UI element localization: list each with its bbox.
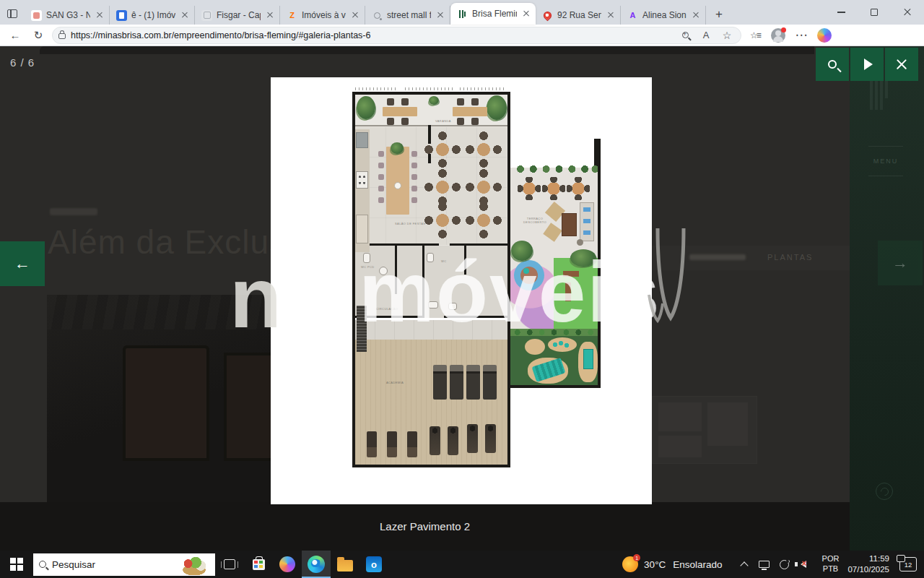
minimize-button[interactable] [824, 0, 858, 25]
notification-center-button[interactable]: 12 [899, 557, 917, 571]
chair [378, 151, 384, 157]
tab-san-g3[interactable]: SAN G3 - Netim [25, 6, 110, 25]
speaker-muted-icon [801, 561, 806, 568]
background-nav-band [652, 246, 850, 270]
tab-maps[interactable]: 92 Rua Sena Ma [536, 6, 621, 25]
photo-window [224, 353, 271, 461]
network-button[interactable] [756, 551, 773, 578]
tab-title: Imóveis à venda [302, 10, 346, 20]
notification-dot [781, 27, 786, 33]
zoom-page-icon[interactable] [677, 28, 693, 43]
onedrive-button[interactable] [776, 551, 793, 578]
dimension-ticks [460, 87, 506, 90]
favorite-star-icon[interactable]: ☆ [719, 28, 735, 43]
tab-street-mall[interactable]: street mall flem [365, 6, 450, 25]
treadmill [433, 365, 447, 400]
address-bar[interactable]: https://minasbrisa.com.br/empreendimento… [52, 27, 741, 44]
tab-alinea[interactable]: A Alinea Sion - St [621, 6, 706, 25]
kitchen-fridge [356, 215, 368, 243]
store-button[interactable] [244, 551, 273, 578]
tab-close-icon[interactable] [95, 10, 105, 20]
side-table [577, 239, 583, 246]
toilet [427, 253, 434, 262]
whatsapp-icon[interactable] [876, 483, 893, 500]
edge-taskbar-button[interactable] [302, 551, 331, 578]
weight-bench [387, 431, 397, 457]
chair [401, 118, 409, 125]
chair [411, 163, 417, 168]
browser-toolbar: ← ↻ https://minasbrisa.com.br/empreendim… [0, 25, 924, 46]
gallery-close-button[interactable] [885, 48, 918, 81]
outlook-button[interactable]: o [359, 551, 388, 578]
tab-title: Alinea Sion - St [642, 10, 687, 20]
tab-brisa-fleming-active[interactable]: Brisa Fleming | N [450, 3, 536, 25]
tab-close-icon[interactable] [265, 10, 275, 20]
terraco-label: TERRAÇO DESCOBERTO [522, 217, 548, 224]
bench-blue-cushions [580, 202, 594, 241]
gallery-prev-button[interactable]: ← [0, 241, 45, 286]
tray-expand-button[interactable] [736, 551, 753, 578]
search-icon [39, 561, 46, 568]
language-indicator[interactable]: POR PTB [822, 554, 840, 574]
tab-close-icon[interactable] [521, 9, 531, 19]
gallery-slideshow-button[interactable] [850, 48, 884, 81]
weight-bench [407, 431, 417, 457]
chair [378, 186, 384, 191]
gallery-zoom-button[interactable] [816, 48, 849, 81]
chair [378, 197, 384, 203]
profile-avatar[interactable] [769, 27, 788, 44]
weather-desc[interactable]: Ensolarado [673, 559, 722, 570]
tab-close-icon[interactable] [606, 10, 616, 20]
bing-daily-image-icon[interactable] [179, 554, 209, 575]
back-button[interactable]: ← [6, 27, 25, 44]
url-text[interactable]: https://minasbrisa.com.br/empreendimento… [71, 30, 672, 40]
tab-zap[interactable]: Z Imóveis à venda [280, 6, 365, 25]
outlook-icon: o [366, 556, 382, 572]
tab-close-icon[interactable] [350, 10, 360, 20]
file-explorer-button[interactable] [331, 551, 359, 578]
menu-button[interactable]: MENU [868, 146, 903, 176]
tab-title: ê - (1) Imóvel se [131, 10, 175, 20]
exercise-bike [467, 424, 478, 453]
dining-cluster [466, 202, 502, 238]
weather-icon[interactable]: 1 [622, 556, 638, 572]
tab-fisgar[interactable]: Fisgar - Captaç [195, 6, 280, 25]
tab-close-icon[interactable] [180, 10, 190, 20]
tab-actions-icon[interactable] [0, 3, 25, 25]
start-button[interactable] [0, 551, 33, 578]
read-aloud-icon[interactable]: A [698, 28, 714, 43]
tab-title: SAN G3 - Netim [46, 10, 90, 20]
task-view-button[interactable] [215, 551, 244, 578]
background-plan-thumbnail [652, 396, 757, 464]
sink [379, 267, 388, 275]
clock[interactable]: 11:59 07/10/2025 [847, 553, 889, 575]
glass-divider [355, 125, 507, 126]
copilot-button[interactable] [815, 27, 834, 44]
playground-dot [523, 268, 529, 274]
watermark-logo-outline [648, 225, 694, 334]
browser-tab-bar: SAN G3 - Netim ê - (1) Imóvel se Fisgar … [0, 0, 924, 25]
taskbar-search[interactable]: Pesquisar [33, 553, 215, 576]
plant [487, 95, 507, 120]
floorplan-image[interactable]: VARANDA [271, 77, 652, 504]
window-controls [824, 0, 924, 25]
nav-item-plantas: PLANTAS [767, 253, 813, 262]
sink [448, 303, 457, 310]
new-tab-button[interactable]: + [709, 4, 729, 25]
settings-menu-button[interactable]: ⋯ [792, 27, 811, 44]
refresh-button[interactable]: ↻ [29, 27, 48, 44]
close-window-button[interactable] [891, 0, 924, 25]
dining-cluster [424, 169, 461, 205]
sand-patch-plants [548, 337, 577, 352]
gym-tile-strip [355, 320, 507, 340]
maximize-button[interactable] [858, 0, 891, 25]
weather-temp[interactable]: 30°C [644, 559, 666, 570]
tab-close-icon[interactable] [435, 10, 445, 20]
tab-imovel[interactable]: ê - (1) Imóvel se [110, 6, 195, 25]
copilot-taskbar-button[interactable] [273, 551, 302, 578]
collections-icon[interactable]: ☆≡ [746, 27, 764, 44]
floorplan-drawing: VARANDA [271, 77, 652, 504]
tab-close-icon[interactable] [691, 10, 701, 20]
volume-button[interactable] [796, 551, 814, 578]
gallery-next-button[interactable]: → [878, 241, 923, 285]
